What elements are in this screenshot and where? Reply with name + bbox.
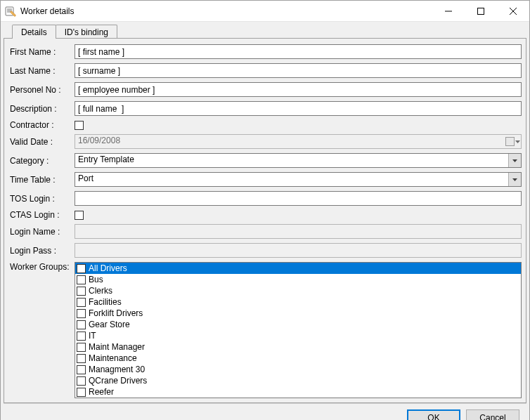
label-valid-date: Valid Date : [8, 137, 75, 147]
time-table-dropdown-button[interactable] [508, 173, 521, 186]
list-item[interactable]: QCrane Drivers [75, 375, 521, 386]
chevron-down-icon [512, 178, 517, 181]
list-item-label: All Drivers [89, 263, 127, 273]
worker-groups-listbox[interactable]: All DriversBusClerksFacilitiesForklift D… [75, 262, 522, 398]
maximize-button[interactable] [465, 1, 497, 22]
list-item-checkbox[interactable] [77, 287, 86, 296]
list-item-label: Facilities [89, 297, 122, 307]
label-ctas-login: CTAS Login : [8, 210, 75, 220]
list-item-checkbox[interactable] [77, 365, 86, 374]
app-icon [5, 6, 16, 17]
label-personel-no: Personel No : [8, 85, 75, 95]
details-panel: First Name : Last Name : Personel No : D… [4, 38, 526, 403]
first-name-input[interactable] [75, 44, 522, 59]
personel-no-input[interactable] [75, 82, 522, 97]
list-item-checkbox[interactable] [77, 275, 86, 284]
list-item[interactable]: Maintenance [75, 353, 521, 364]
list-item-checkbox[interactable] [77, 376, 86, 386]
list-item[interactable]: Facilities [75, 296, 521, 308]
label-login-name: Login Name : [8, 227, 75, 237]
list-item-label: Bus [89, 275, 103, 284]
list-item[interactable]: Gear Store [75, 319, 521, 330]
list-item[interactable]: Maint Manager [75, 341, 521, 353]
category-combobox[interactable]: Entry Template [75, 153, 522, 168]
tab-ids-binding[interactable]: ID's binding [56, 25, 117, 39]
list-item-checkbox[interactable] [77, 298, 86, 307]
tab-details[interactable]: Details [12, 25, 56, 39]
cancel-button[interactable]: Cancel [466, 409, 519, 420]
client-area: Details ID's binding First Name : Last N… [1, 22, 529, 420]
label-contractor: Contractor : [8, 120, 75, 130]
window-title: Worker details [20, 6, 432, 16]
label-category: Category : [8, 156, 75, 166]
list-item-checkbox[interactable] [77, 309, 86, 318]
list-item-label: Gear Store [89, 320, 130, 329]
tab-strip: Details ID's binding [4, 25, 526, 39]
valid-date-picker[interactable]: 16/09/2008 [75, 134, 522, 149]
svg-rect-1 [478, 8, 484, 14]
list-item[interactable]: Bus [75, 274, 521, 285]
label-time-table: Time Table : [8, 175, 75, 185]
title-bar[interactable]: Worker details [1, 1, 529, 22]
list-item[interactable]: IT [75, 330, 521, 341]
list-item[interactable]: Clerks [75, 285, 521, 296]
description-input[interactable] [75, 101, 522, 116]
ctas-login-checkbox[interactable] [75, 211, 84, 220]
valid-date-value: 16/09/2008 [75, 134, 522, 149]
list-item[interactable]: All Drivers [75, 263, 521, 274]
label-login-pass: Login Pass : [8, 246, 75, 256]
list-item-checkbox[interactable] [77, 320, 86, 329]
login-pass-input [75, 243, 522, 258]
label-description: Description : [8, 104, 75, 114]
last-name-input[interactable] [75, 63, 522, 78]
label-tos-login: TOS Login : [8, 194, 75, 204]
list-item-checkbox[interactable] [77, 264, 86, 273]
list-item-label: Forklift Drivers [89, 308, 143, 318]
list-item-label: Managment 30 [89, 365, 145, 374]
ok-button[interactable]: OK [407, 409, 460, 420]
label-last-name: Last Name : [8, 66, 75, 76]
worker-details-window: Worker details Details ID's binding Firs… [0, 0, 530, 420]
minimize-button[interactable] [432, 1, 465, 22]
category-dropdown-button[interactable] [508, 154, 521, 167]
dialog-footer: OK Cancel [4, 403, 526, 420]
tos-login-input[interactable] [75, 191, 522, 206]
list-item[interactable]: Reefer [75, 386, 521, 398]
list-item-label: IT [89, 331, 96, 341]
chevron-down-icon [515, 140, 520, 143]
time-table-value: Port [75, 172, 522, 187]
close-button[interactable] [497, 1, 529, 22]
category-value: Entry Template [75, 153, 522, 168]
list-item-label: Maint Manager [89, 342, 145, 352]
contractor-checkbox[interactable] [75, 121, 84, 130]
list-item-checkbox[interactable] [77, 354, 86, 363]
list-item[interactable]: Managment 30 [75, 364, 521, 375]
chevron-down-icon [512, 159, 517, 162]
label-worker-groups: Worker Groups: [8, 262, 75, 272]
list-item-checkbox[interactable] [77, 343, 86, 352]
list-item-label: Reefer [89, 387, 114, 397]
login-name-input [75, 224, 522, 239]
label-first-name: First Name : [8, 47, 75, 57]
list-item-label: Clerks [89, 286, 112, 296]
date-check-icon [505, 137, 515, 146]
list-item-checkbox[interactable] [77, 332, 86, 341]
list-item-label: QCrane Drivers [89, 376, 147, 386]
list-item-checkbox[interactable] [77, 388, 86, 397]
time-table-combobox[interactable]: Port [75, 172, 522, 187]
list-item[interactable]: Forklift Drivers [75, 308, 521, 319]
list-item-label: Maintenance [89, 353, 137, 363]
